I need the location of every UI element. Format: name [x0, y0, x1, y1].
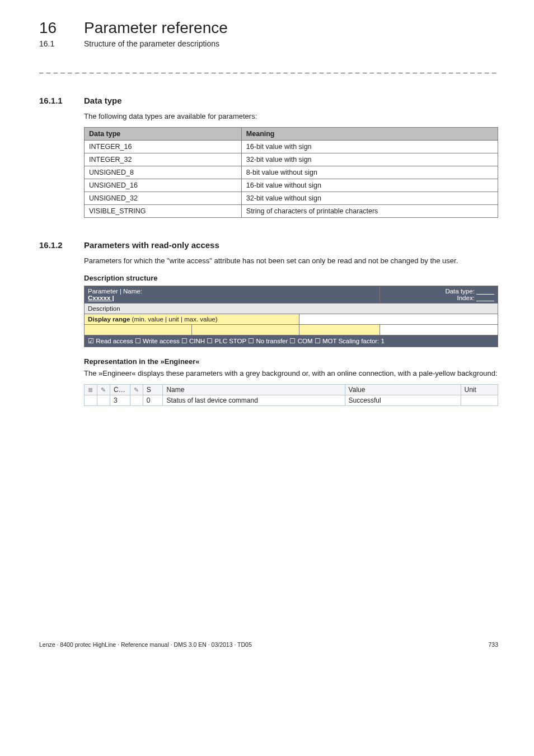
- representation-text: The »Engineer« displays these parameters…: [84, 369, 498, 377]
- table-row: VISIBLE_STRING String of characters of p…: [85, 205, 498, 218]
- cell-meaning: 16-bit value with sign: [241, 141, 498, 153]
- th-data-type: Data type: [85, 128, 242, 141]
- table-row: UNSIGNED_16 16-bit value without sign: [85, 179, 498, 192]
- chapter-title: Parameter reference: [84, 19, 228, 37]
- display-range-col1: [85, 325, 192, 335]
- engineer-table: ≣ ✎ C… ✎ S Name Value Unit 3 0 Stat: [84, 384, 498, 406]
- param-name-cell: Parameter | Name: Cxxxxx |: [85, 286, 380, 304]
- index-label: Index:: [457, 295, 475, 301]
- cell-meaning: 16-bit value without sign: [241, 179, 498, 192]
- type-index-cell: Data type: Index:: [380, 286, 498, 304]
- display-range-empty: [299, 314, 498, 325]
- cell-icon: [85, 395, 97, 406]
- display-range-col4: [380, 325, 498, 335]
- cell-data-type: INTEGER_16: [85, 141, 242, 153]
- display-range-sub: (min. value | unit | max. value): [130, 316, 217, 323]
- footer-left: Lenze · 8400 protec HighLine · Reference…: [39, 641, 252, 648]
- table-row: INTEGER_32 32-bit value with sign: [85, 153, 498, 166]
- display-range-col3: [299, 325, 380, 335]
- th-meaning: Meaning: [241, 128, 498, 141]
- cell-meaning: 8-bit value without sign: [241, 166, 498, 179]
- cell-data-type: UNSIGNED_8: [85, 166, 242, 179]
- description-structure-label: Description structure: [84, 274, 498, 282]
- param-code: Cxxxxx |: [88, 295, 376, 301]
- cell-icon: [97, 395, 110, 406]
- table-row: UNSIGNED_32 32-bit value without sign: [85, 192, 498, 205]
- cell-data-type: VISIBLE_STRING: [85, 205, 242, 218]
- th-value: Value: [345, 385, 461, 395]
- cell-s: 0: [143, 395, 163, 406]
- page-number: 733: [488, 641, 498, 648]
- data-type-label: Data type:: [445, 288, 474, 295]
- description-structure-table: Parameter | Name: Cxxxxx | Data type: In…: [84, 286, 498, 347]
- cell-name: Status of last device command: [163, 395, 345, 406]
- cell-meaning: String of characters of printable charac…: [241, 205, 498, 218]
- subsection-number: 16.1.1: [39, 96, 67, 105]
- separator-dashes: _ _ _ _ _ _ _ _ _ _ _ _ _ _ _ _ _ _ _ _ …: [39, 65, 498, 73]
- chapter-number: 16: [39, 19, 67, 37]
- table-row: INTEGER_16 16-bit value with sign: [85, 141, 498, 153]
- section-number: 16.1: [39, 39, 67, 48]
- cell-meaning: 32-bit value with sign: [241, 153, 498, 166]
- cell-data-type: INTEGER_32: [85, 153, 242, 166]
- display-range-col2: [191, 325, 299, 335]
- intro-paragraph: The following data types are available f…: [84, 112, 498, 120]
- cell-data-type: UNSIGNED_16: [85, 179, 242, 192]
- th-pencil-icon: ✎: [97, 385, 110, 395]
- display-range-label: Display range: [88, 316, 130, 323]
- data-type-table: Data type Meaning INTEGER_16 16-bit valu…: [84, 127, 498, 218]
- description-row: Description: [85, 304, 498, 314]
- table-row: UNSIGNED_8 8-bit value without sign: [85, 166, 498, 179]
- cell-data-type: UNSIGNED_32: [85, 192, 242, 205]
- th-name: Name: [163, 385, 345, 395]
- th-unit: Unit: [461, 385, 498, 395]
- subsection-title-data-type: Data type: [84, 96, 122, 105]
- th-pencil2-icon: ✎: [130, 385, 143, 395]
- intro-paragraph: Parameters for which the "write access" …: [84, 256, 498, 265]
- th-list-icon: ≣: [85, 385, 97, 395]
- cell-icon: [130, 395, 143, 406]
- th-c: C…: [110, 385, 130, 395]
- representation-label: Representation in the »Engineer«: [84, 357, 498, 366]
- cell-meaning: 32-bit value without sign: [241, 192, 498, 205]
- th-s: S: [143, 385, 163, 395]
- subsection-number: 16.1.2: [39, 240, 67, 250]
- subsection-title-read-only: Parameters with read-only access: [84, 240, 219, 250]
- table-row: 3 0 Status of last device command Succes…: [85, 395, 498, 406]
- display-range-cell: Display range (min. value | unit | max. …: [85, 314, 299, 325]
- param-name: Parameter | Name:: [88, 288, 376, 295]
- section-title: Structure of the parameter descriptions: [84, 39, 219, 48]
- attributes-row: ☑ Read access ☐ Write access ☐ CINH ☐ PL…: [85, 335, 498, 347]
- cell-c: 3: [110, 395, 130, 406]
- cell-value: Successful: [345, 395, 461, 406]
- cell-unit: [461, 395, 498, 406]
